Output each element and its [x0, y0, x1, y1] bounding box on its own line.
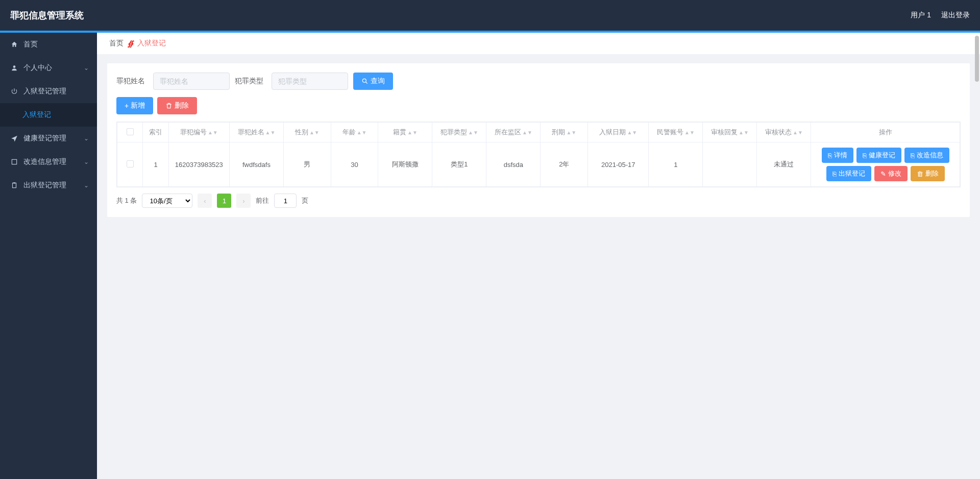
- table-header-row: 索引 罪犯编号▲▼ 罪犯姓名▲▼ 性别▲▼ 年龄▲▼ 籍贯▲▼ 犯罪类型▲▼ 所…: [117, 123, 960, 142]
- svg-point-0: [13, 65, 16, 68]
- breadcrumb: 首页 ∯ 入狱登记: [97, 33, 980, 54]
- svg-rect-3: [13, 182, 15, 183]
- col-date[interactable]: 入狱日期▲▼: [588, 123, 649, 142]
- cell-name: fwdfsdafs: [229, 142, 283, 187]
- goto-page-input[interactable]: [274, 194, 297, 208]
- sidebar-item-label: 入狱登记管理: [23, 87, 66, 96]
- add-button-label: 新增: [131, 101, 145, 110]
- logout-link[interactable]: 退出登录: [941, 11, 970, 20]
- chevron-left-icon: ‹: [204, 197, 206, 205]
- select-all-checkbox[interactable]: [127, 128, 134, 135]
- reform-info-button[interactable]: ⎘改造信息: [904, 148, 949, 163]
- svg-point-4: [362, 79, 366, 82]
- col-review-reply[interactable]: 审核回复▲▼: [703, 123, 757, 142]
- detail-button[interactable]: ⎘详情: [822, 148, 853, 163]
- cell-gender: 男: [283, 142, 331, 187]
- cell-origin: 阿斯顿撒: [378, 142, 432, 187]
- next-page-button[interactable]: ›: [236, 194, 251, 208]
- sidebar-item-label: 出狱登记管理: [23, 181, 66, 190]
- sidebar-item-label: 改造信息管理: [23, 157, 66, 166]
- col-gender[interactable]: 性别▲▼: [283, 123, 331, 142]
- col-crime-type[interactable]: 犯罪类型▲▼: [432, 123, 486, 142]
- cell-area: dsfsda: [486, 142, 541, 187]
- sidebar-item-label: 入狱登记: [22, 110, 51, 119]
- search-button[interactable]: 查询: [353, 73, 393, 90]
- doc-icon: ⎘: [863, 152, 867, 159]
- prev-page-button[interactable]: ‹: [198, 194, 212, 208]
- user-label[interactable]: 用户 1: [911, 11, 931, 20]
- chevron-right-icon: ›: [242, 197, 244, 205]
- chevron-down-icon: ⌄: [84, 64, 89, 71]
- add-button[interactable]: + 新增: [116, 97, 153, 114]
- chevron-down-icon: ⌄: [84, 182, 89, 189]
- cell-sentence: 2年: [541, 142, 588, 187]
- col-name[interactable]: 罪犯姓名▲▼: [229, 123, 283, 142]
- content-panel: 罪犯姓名 犯罪类型 查询 + 新增 删除: [107, 63, 970, 217]
- sidebar-item-release[interactable]: 出狱登记管理 ⌄: [0, 174, 97, 197]
- app-header: 罪犯信息管理系统 用户 1 退出登录: [0, 0, 980, 31]
- svg-rect-2: [13, 183, 16, 187]
- delete-button[interactable]: 删除: [157, 97, 197, 114]
- user-icon: [10, 64, 18, 71]
- col-sentence[interactable]: 刑期▲▼: [541, 123, 588, 142]
- sidebar-item-home[interactable]: 首页: [0, 33, 97, 56]
- square-icon: [10, 158, 18, 165]
- pagination: 共 1 条 10条/页 ‹ 1 › 前往 页: [116, 194, 961, 208]
- delete-button-label: 删除: [175, 101, 189, 110]
- cell-police: 1: [649, 142, 703, 187]
- col-number[interactable]: 罪犯编号▲▼: [168, 123, 229, 142]
- chevron-down-icon: ⌄: [84, 158, 89, 165]
- page-number-button[interactable]: 1: [217, 194, 231, 208]
- edit-icon: ✎: [880, 170, 886, 178]
- app-title: 罪犯信息管理系统: [10, 9, 84, 21]
- release-reg-button[interactable]: ⎘出狱登记: [826, 166, 871, 181]
- sidebar: 首页 个人中心 ⌄ 入狱登记管理 入狱登记 健康登记管理 ⌄ 改造信息管理 ⌄ …: [0, 33, 97, 479]
- breadcrumb-home[interactable]: 首页: [109, 39, 124, 48]
- trash-icon: [165, 102, 173, 109]
- sidebar-item-incarceration[interactable]: 入狱登记管理: [0, 80, 97, 103]
- col-area[interactable]: 所在监区▲▼: [486, 123, 541, 142]
- sidebar-item-label: 首页: [23, 40, 38, 49]
- row-checkbox[interactable]: [127, 160, 134, 167]
- table-row: 1 1620373983523 fwdfsdafs 男 30 阿斯顿撒 类型1 …: [117, 142, 960, 187]
- edit-button[interactable]: ✎修改: [874, 166, 908, 181]
- cell-age: 30: [331, 142, 378, 187]
- col-checkbox: [117, 123, 143, 142]
- page-size-select[interactable]: 10条/页: [142, 194, 192, 208]
- cell-review-status: 未通过: [757, 142, 811, 187]
- search-button-label: 查询: [371, 77, 385, 86]
- search-icon: [361, 78, 369, 85]
- sidebar-item-reform[interactable]: 改造信息管理 ⌄: [0, 150, 97, 174]
- header-right: 用户 1 退出登录: [911, 11, 970, 20]
- sidebar-item-health[interactable]: 健康登记管理 ⌄: [0, 127, 97, 150]
- scrollbar[interactable]: [975, 36, 979, 82]
- svg-rect-1: [12, 159, 16, 164]
- action-bar: + 新增 删除: [116, 97, 961, 114]
- cell-number: 1620373983523: [168, 142, 229, 187]
- goto-prefix: 前往: [256, 196, 269, 205]
- col-origin[interactable]: 籍贯▲▼: [378, 123, 432, 142]
- row-delete-button[interactable]: 🗑删除: [911, 166, 945, 181]
- doc-icon: ⎘: [911, 152, 915, 159]
- col-age[interactable]: 年龄▲▼: [331, 123, 378, 142]
- col-police[interactable]: 民警账号▲▼: [649, 123, 703, 142]
- sidebar-sub-incarceration-reg[interactable]: 入狱登记: [0, 103, 97, 127]
- filter-crime-label: 犯罪类型: [235, 77, 263, 86]
- goto-suffix: 页: [302, 196, 308, 205]
- cell-date: 2021-05-17: [588, 142, 649, 187]
- cell-review-reply: [703, 142, 757, 187]
- health-reg-button[interactable]: ⎘健康登记: [856, 148, 901, 163]
- filter-name-input[interactable]: [153, 73, 230, 90]
- cell-ops: ⎘详情 ⎘健康登记 ⎘改造信息 ⎘出狱登记 ✎修改 🗑删除: [811, 142, 960, 187]
- sidebar-item-label: 个人中心: [23, 63, 52, 73]
- filter-crime-input[interactable]: [272, 73, 348, 90]
- breadcrumb-current: 入狱登记: [137, 39, 166, 48]
- power-icon: [10, 88, 18, 95]
- col-review-status[interactable]: 审核状态▲▼: [757, 123, 811, 142]
- sidebar-item-personal[interactable]: 个人中心 ⌄: [0, 56, 97, 80]
- send-icon: [10, 135, 18, 142]
- doc-icon: ⎘: [828, 152, 832, 159]
- cell-index: 1: [143, 142, 168, 187]
- main-area: 首页 ∯ 入狱登记 罪犯姓名 犯罪类型 查询 + 新增: [97, 33, 980, 479]
- filter-bar: 罪犯姓名 犯罪类型 查询: [116, 73, 961, 90]
